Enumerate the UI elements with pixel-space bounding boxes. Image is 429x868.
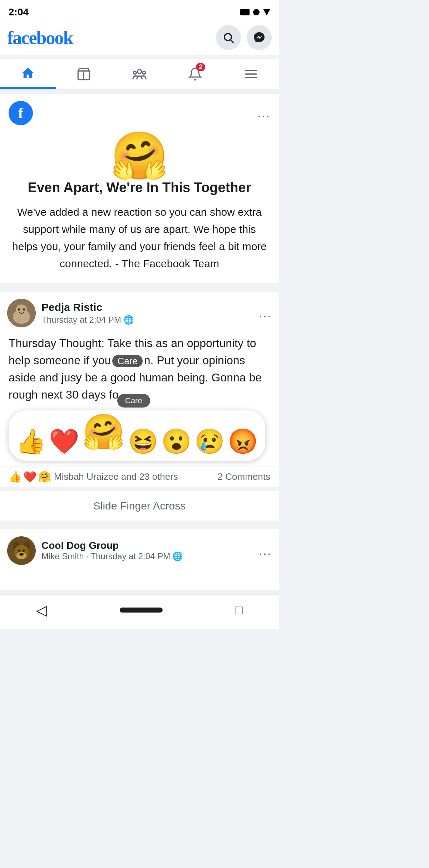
- app-header: facebook: [0, 21, 279, 55]
- dog-avatar-illustration: [7, 536, 36, 565]
- avatar-illustration: [7, 299, 36, 327]
- post-1-meta: Thursday at 2:04 PM 🌐: [41, 315, 134, 325]
- section-separator-1: [0, 287, 279, 292]
- post-1-header-left: Pedja Ristic Thursday at 2:04 PM 🌐: [7, 299, 134, 327]
- search-icon: [222, 31, 235, 44]
- post-1-avatar: [7, 299, 36, 327]
- notifications-badge: 2: [196, 63, 205, 71]
- reaction-picker: 👍 ❤️ 🤗 😆 😮 😢 😡: [9, 410, 265, 461]
- reaction-angry[interactable]: 😡: [228, 427, 258, 456]
- announcement-card: f ... 🤗 Even Apart, We're In This Togeth…: [0, 94, 279, 283]
- comments-count: 2 Comments: [218, 471, 270, 482]
- reaction-wow[interactable]: 😮: [161, 427, 192, 456]
- status-time: 2:04: [9, 6, 29, 18]
- post-1-more-button[interactable]: ...: [259, 306, 272, 321]
- svg-point-19: [18, 550, 20, 552]
- back-button[interactable]: ◁: [36, 602, 47, 618]
- announcement-title: Even Apart, We're In This Together: [0, 179, 279, 196]
- care-small: 🤗: [38, 470, 51, 483]
- globe-icon-post1: 🌐: [123, 315, 134, 325]
- post-2-content-placeholder: [0, 569, 279, 590]
- post-2-author-info: Cool Dog Group Mike Smith · Thursday at …: [41, 540, 183, 561]
- post-1-reaction-summary: 👍 ❤️ 🤗 Misbah Uraizee and 23 others 2 Co…: [0, 467, 279, 487]
- announcement-body: We've added a new reaction so you can sh…: [0, 204, 279, 272]
- svg-line-1: [231, 40, 233, 43]
- post-2-avatar: [7, 536, 36, 565]
- svg-point-21: [19, 553, 24, 556]
- reaction-icons-small: 👍 ❤️ 🤗: [9, 470, 51, 483]
- post-2-meta: Mike Smith · Thursday at 2:04 PM 🌐: [41, 551, 183, 561]
- reaction-haha[interactable]: 😆: [128, 427, 158, 456]
- announcement-more-button[interactable]: ...: [257, 106, 270, 121]
- battery-icon: [240, 9, 250, 15]
- status-bar: 2:04: [0, 0, 279, 21]
- svg-point-4: [133, 71, 136, 74]
- recents-button[interactable]: □: [235, 603, 243, 618]
- care-emoji-announcement: 🤗: [110, 130, 168, 182]
- header-icons: [216, 25, 272, 50]
- svg-point-12: [18, 308, 20, 311]
- section-separator-2: [0, 525, 279, 529]
- care-label: Care: [117, 394, 150, 408]
- post-1-header: Pedja Ristic Thursday at 2:04 PM 🌐 ...: [0, 292, 279, 331]
- marketplace-icon: [76, 67, 91, 82]
- groups-icon: [132, 66, 147, 82]
- nav-home[interactable]: [0, 59, 56, 89]
- svg-point-13: [23, 308, 25, 311]
- status-icons: [240, 9, 270, 15]
- post-2-more-button[interactable]: ...: [259, 543, 272, 558]
- post-2: Cool Dog Group Mike Smith · Thursday at …: [0, 529, 279, 590]
- announcement-header: f ...: [0, 94, 279, 129]
- wifi-icon: [263, 9, 270, 15]
- reaction-count: Misbah Uraizee and 23 others: [54, 471, 178, 482]
- messenger-icon: [253, 31, 266, 44]
- nav-notifications[interactable]: 2: [167, 59, 223, 89]
- slide-finger-bar: Slide Finger Across: [0, 491, 279, 521]
- facebook-logo: facebook: [7, 27, 73, 48]
- reaction-like[interactable]: 👍: [16, 427, 46, 456]
- post-1-author-name: Pedja Ristic: [41, 301, 134, 313]
- signal-icon: [253, 9, 260, 15]
- post-1: Pedja Ristic Thursday at 2:04 PM 🌐 ... T…: [0, 292, 279, 487]
- bottom-nav: ◁ □: [0, 594, 279, 629]
- fb-page-logo: f: [9, 101, 33, 125]
- reaction-picker-wrapper: Care 👍 ❤️ 🤗 😆 😮 😢 😡: [0, 410, 279, 464]
- svg-point-20: [23, 550, 25, 552]
- like-small: 👍: [9, 470, 22, 483]
- love-small: ❤️: [23, 470, 36, 483]
- reaction-love[interactable]: ❤️: [49, 427, 79, 456]
- svg-point-3: [138, 69, 142, 73]
- post-2-header-left: Cool Dog Group Mike Smith · Thursday at …: [7, 536, 183, 565]
- nav-marketplace[interactable]: [56, 59, 112, 89]
- search-button[interactable]: [216, 25, 241, 50]
- post-2-header: Cool Dog Group Mike Smith · Thursday at …: [0, 529, 279, 569]
- home-icon: [20, 66, 35, 81]
- reaction-sad[interactable]: 😢: [194, 427, 225, 456]
- nav-menu[interactable]: [223, 59, 279, 89]
- nav-bar: 2: [0, 59, 279, 89]
- post-2-group-name: Cool Dog Group: [41, 540, 183, 551]
- svg-point-5: [143, 71, 146, 74]
- menu-icon: [244, 67, 258, 81]
- post-1-author-info: Pedja Ristic Thursday at 2:04 PM 🌐: [41, 301, 134, 325]
- globe-icon-post2: 🌐: [172, 551, 183, 561]
- messenger-button[interactable]: [247, 25, 272, 50]
- home-indicator: [120, 608, 163, 613]
- svg-point-11: [16, 304, 27, 316]
- nav-groups[interactable]: [112, 59, 167, 89]
- reaction-care[interactable]: 🤗: [82, 412, 125, 452]
